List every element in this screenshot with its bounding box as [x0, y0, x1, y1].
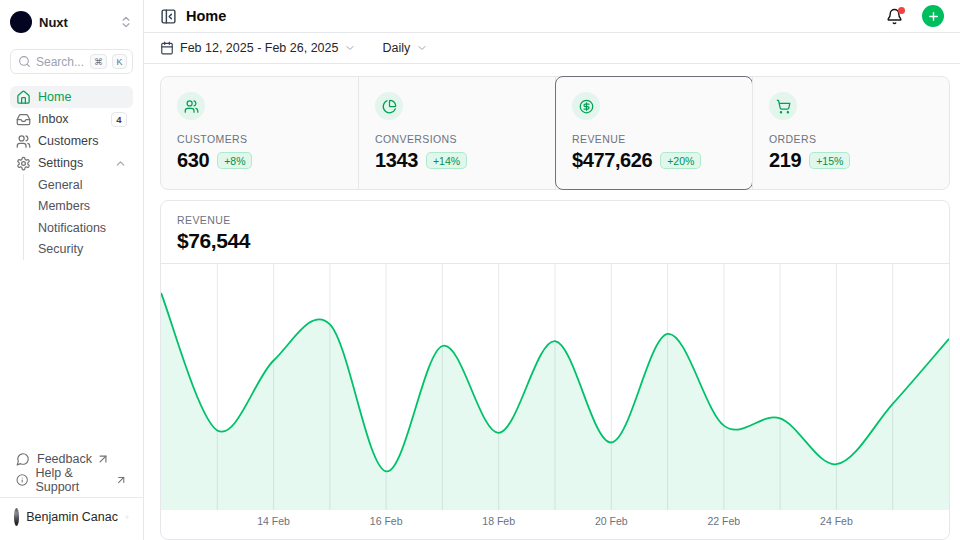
stat-label: REVENUE [572, 133, 736, 145]
sidebar-item-label: Home [38, 90, 127, 104]
sidebar-item-label: Customers [38, 134, 127, 148]
settings-icon [16, 156, 31, 171]
shopping-cart-icon [776, 99, 791, 114]
calendar-icon [160, 41, 174, 55]
x-tick-label: 22 Feb [707, 515, 740, 527]
search-placeholder: Search... [36, 55, 85, 69]
notification-dot [898, 7, 905, 14]
filters-toolbar: Feb 12, 2025 - Feb 26, 2025 Daily [144, 33, 960, 64]
chevron-down-icon [344, 42, 356, 54]
granularity-value: Daily [382, 41, 410, 55]
stat-card-customers[interactable]: CUSTOMERS630+8% [161, 77, 358, 189]
x-tick-label: 20 Feb [595, 515, 628, 527]
revenue-chart-card: REVENUE $76,544 14 Feb16 Feb18 Feb20 Feb… [160, 200, 950, 540]
circle-dollar-sign-icon [579, 99, 594, 114]
stat-icon-circle [375, 92, 403, 120]
user-name: Benjamin Canac [26, 510, 118, 524]
sidebar-subitem-notifications[interactable]: Notifications [24, 217, 133, 239]
sidebar-spacer [10, 260, 133, 448]
chevrons-up-down-icon [119, 15, 133, 29]
search-input[interactable]: Search... ⌘ K [10, 49, 133, 74]
settings-subnav: GeneralMembersNotificationsSecurity [23, 174, 133, 260]
app-window: Nuxt Search... ⌘ K HomeInbox4CustomersSe… [0, 0, 960, 540]
sidebar-item-label: Settings [38, 156, 107, 170]
sidebar-subitem-members[interactable]: Members [24, 196, 133, 218]
sidebar-item-home[interactable]: Home [10, 86, 133, 108]
link-label: Help & Support [35, 466, 110, 494]
stats-grid: CUSTOMERS630+8%CONVERSIONS1343+14%REVENU… [160, 76, 950, 190]
revenue-area-chart[interactable] [161, 264, 949, 510]
main-area: Home Feb 12, 2025 - Feb 26, 2025 Daily C… [144, 0, 960, 540]
stat-card-revenue[interactable]: REVENUE$477,626+20% [555, 77, 752, 189]
date-range-value: Feb 12, 2025 - Feb 26, 2025 [180, 41, 338, 55]
workspace-selector[interactable]: Nuxt [10, 10, 133, 34]
sidebar-nav: HomeInbox4CustomersSettingsGeneralMember… [10, 86, 133, 260]
link-label: Feedback [37, 452, 92, 466]
nuxt-logo-icon [10, 11, 32, 33]
chart-metric-label: REVENUE [177, 214, 933, 226]
x-axis-ticks: 14 Feb16 Feb18 Feb20 Feb22 Feb24 Feb [161, 510, 949, 534]
chart-pie-icon [382, 99, 397, 114]
sidebar-item-customers[interactable]: Customers [10, 130, 133, 152]
house-icon [16, 90, 31, 105]
collapse-sidebar-button[interactable] [160, 8, 177, 25]
stat-delta-badge: +14% [426, 152, 467, 169]
avatar [14, 508, 19, 526]
stat-label: CUSTOMERS [177, 133, 342, 145]
kbd-cmd: ⌘ [90, 54, 107, 69]
granularity-select[interactable]: Daily [382, 41, 428, 55]
page-header: Home [144, 0, 960, 33]
info-icon [16, 473, 28, 487]
stat-value: 630 [177, 149, 209, 172]
users-icon [16, 134, 31, 149]
chevrons-up-down-icon [125, 510, 129, 524]
stat-icon-circle [177, 92, 205, 120]
stat-value: 219 [769, 149, 801, 172]
message-circle-icon [16, 452, 30, 466]
date-range-picker[interactable]: Feb 12, 2025 - Feb 26, 2025 [160, 41, 356, 55]
workspace-name: Nuxt [39, 15, 112, 30]
stat-label: CONVERSIONS [375, 133, 539, 145]
stat-delta-badge: +8% [217, 152, 252, 169]
kbd-k: K [112, 54, 127, 69]
stat-card-conversions[interactable]: CONVERSIONS1343+14% [358, 77, 555, 189]
sidebar-subitem-security[interactable]: Security [24, 239, 133, 261]
chevron-down-icon [416, 42, 428, 54]
x-tick-label: 16 Feb [370, 515, 403, 527]
stat-card-orders[interactable]: ORDERS219+15% [752, 77, 949, 189]
user-menu[interactable]: Benjamin Canac [10, 504, 133, 530]
chart-header: REVENUE $76,544 [161, 201, 949, 264]
arrow-up-right-icon [115, 473, 127, 487]
stat-icon-circle [572, 92, 600, 120]
chevron-up-icon [114, 157, 127, 170]
sidebar-item-label: Inbox [38, 112, 104, 126]
stat-label: ORDERS [769, 133, 933, 145]
stat-icon-circle [769, 92, 797, 120]
x-tick-label: 24 Feb [820, 515, 853, 527]
chart-metric-value: $76,544 [177, 229, 933, 253]
stat-value: 1343 [375, 149, 418, 172]
sidebar-item-settings[interactable]: Settings [10, 152, 133, 174]
stat-value: $477,626 [572, 149, 652, 172]
search-icon [18, 55, 31, 68]
add-new-button[interactable] [922, 5, 944, 27]
sidebar-link-help-support[interactable]: Help & Support [10, 469, 133, 490]
stat-delta-badge: +20% [660, 152, 701, 169]
inbox-count-badge: 4 [111, 112, 127, 127]
x-tick-label: 14 Feb [257, 515, 290, 527]
inbox-icon [16, 112, 31, 127]
sidebar-subitem-general[interactable]: General [24, 174, 133, 196]
plus-icon [927, 10, 940, 23]
sidebar-footer-links: FeedbackHelp & Support [10, 448, 133, 490]
notifications-button[interactable] [886, 8, 903, 25]
x-tick-label: 18 Feb [482, 515, 515, 527]
page-title: Home [186, 8, 877, 24]
sidebar-item-inbox[interactable]: Inbox4 [10, 108, 133, 130]
dashboard-content: CUSTOMERS630+8%CONVERSIONS1343+14%REVENU… [144, 64, 960, 540]
arrow-up-right-icon [96, 452, 110, 466]
sidebar-divider [0, 497, 143, 498]
stat-delta-badge: +15% [809, 152, 850, 169]
sidebar: Nuxt Search... ⌘ K HomeInbox4CustomersSe… [0, 0, 144, 540]
users-icon [184, 99, 199, 114]
